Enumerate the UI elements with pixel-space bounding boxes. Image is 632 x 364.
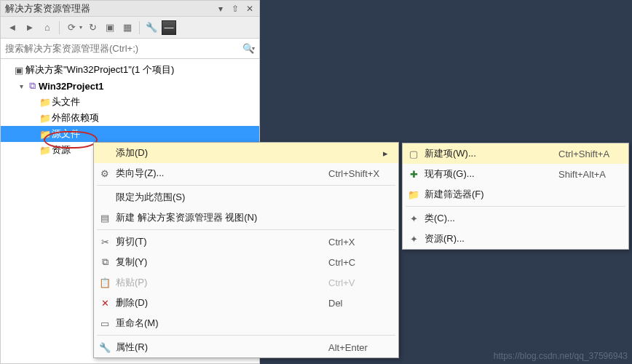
folder-headers[interactable]: 📁 头文件 — [1, 94, 259, 110]
shortcut-label: Ctrl+V — [328, 277, 388, 288]
menu-label: 现有项(G)... — [424, 167, 558, 181]
delete-icon: ✕ — [94, 298, 116, 309]
submenu-arrow-icon: ▸ — [379, 148, 388, 159]
shortcut-label: Ctrl+Shift+X — [328, 168, 388, 179]
watermark: https://blog.csdn.net/qq_37596943 — [494, 351, 628, 361]
menu-paste: 📋 粘贴(P) Ctrl+V — [94, 272, 398, 293]
folder-label: 头文件 — [52, 95, 80, 108]
chevron-down-icon[interactable]: ▾ — [79, 24, 82, 31]
menu-rename[interactable]: ▭ 重命名(M) — [94, 313, 398, 333]
menu-resource[interactable]: ✦ 资源(R)... — [403, 229, 628, 249]
toolbar: ◄ ► ⌂ ⟳▾ ↻ ▣ ▦ 🔧 — — [1, 17, 259, 39]
panel-header: 解决方案资源管理器 ▾ ⇧ ✕ — [1, 1, 259, 17]
class-icon: ✦ — [403, 213, 424, 224]
menu-class[interactable]: ✦ 类(C)... — [403, 208, 628, 229]
wizard-icon: ⚙ — [94, 168, 116, 179]
menu-label: 剪切(T) — [116, 235, 328, 248]
context-menu: 添加(D) ▸ ⚙ 类向导(Z)... Ctrl+Shift+X 限定为此范围(… — [93, 142, 399, 358]
menu-delete[interactable]: ✕ 删除(D) Del — [94, 293, 398, 313]
folder-label: 资源 — [52, 143, 71, 157]
properties-button[interactable]: 🔧 — [144, 20, 159, 35]
menu-label: 添加(D) — [116, 146, 379, 159]
folder-icon: 📁 — [403, 189, 424, 200]
shortcut-label: Ctrl+C — [328, 257, 388, 268]
menu-label: 属性(R) — [116, 341, 328, 354]
menu-label: 复制(Y) — [116, 256, 328, 269]
menu-label: 类(C)... — [424, 212, 618, 225]
rename-icon: ▭ — [94, 318, 116, 329]
wrench-icon: 🔧 — [94, 342, 116, 353]
search-bar: 🔍▾ — [1, 39, 259, 59]
shortcut-label: Del — [328, 298, 388, 309]
menu-class-wizard[interactable]: ⚙ 类向导(Z)... Ctrl+Shift+X — [94, 163, 398, 183]
shortcut-label: Shift+Alt+A — [558, 169, 618, 180]
sync-button[interactable]: ⟳ — [64, 20, 79, 35]
menu-label: 新建 解决方案资源管理器 视图(N) — [116, 211, 388, 224]
pin-icon[interactable]: ⇧ — [230, 4, 240, 14]
folder-source[interactable]: 📁 源文件 — [1, 126, 259, 142]
solution-icon: ▣ — [12, 65, 25, 76]
menu-label: 新建筛选器(F) — [424, 188, 618, 201]
folder-icon: 📁 — [39, 97, 52, 108]
separator — [139, 21, 140, 34]
resource-icon: ✦ — [403, 234, 424, 245]
back-button[interactable]: ◄ — [5, 20, 20, 35]
folder-icon: 📁 — [39, 145, 52, 156]
solution-node[interactable]: ▣ 解决方案"Win32Project1"(1 个项目) — [1, 62, 259, 78]
menu-copy[interactable]: ⧉ 复制(Y) Ctrl+C — [94, 252, 398, 272]
project-label: Win32Project1 — [39, 81, 103, 92]
menu-new-view[interactable]: ▤ 新建 解决方案资源管理器 视图(N) — [94, 207, 398, 228]
show-all-button[interactable]: ▦ — [120, 20, 135, 35]
separator — [97, 335, 395, 336]
menu-label: 资源(R)... — [424, 232, 618, 245]
copy-icon: ⧉ — [94, 256, 116, 268]
menu-add[interactable]: 添加(D) ▸ — [94, 143, 398, 163]
panel-title: 解决方案资源管理器 — [5, 2, 211, 15]
expander-icon[interactable]: ▾ — [17, 82, 25, 90]
menu-scope[interactable]: 限定为此范围(S) — [94, 187, 398, 207]
folder-icon: 📁 — [39, 113, 52, 124]
menu-properties[interactable]: 🔧 属性(R) Alt+Enter — [94, 337, 398, 357]
refresh-button[interactable]: ↻ — [85, 20, 100, 35]
dropdown-icon[interactable]: ▾ — [216, 4, 226, 14]
paste-icon: 📋 — [94, 277, 116, 288]
chevron-down-icon[interactable]: ▾ — [252, 45, 255, 52]
preview-button[interactable]: — — [162, 20, 176, 35]
folder-label: 外部依赖项 — [52, 111, 99, 124]
project-node[interactable]: ▾ ⧉ Win32Project1 — [1, 78, 259, 94]
separator — [97, 185, 395, 186]
project-icon: ⧉ — [25, 80, 39, 92]
folder-icon: 📁 — [39, 129, 52, 140]
shortcut-label: Alt+Enter — [328, 342, 388, 353]
separator — [406, 206, 625, 207]
add-submenu: ▢ 新建项(W)... Ctrl+Shift+A ✚ 现有项(G)... Shi… — [402, 143, 629, 250]
separator — [59, 21, 60, 34]
separator — [97, 229, 395, 230]
existing-item-icon: ✚ — [403, 169, 424, 180]
menu-new-item[interactable]: ▢ 新建项(W)... Ctrl+Shift+A — [403, 143, 628, 164]
menu-label: 重命名(M) — [116, 317, 388, 330]
collapse-button[interactable]: ▣ — [103, 20, 117, 35]
solution-label: 解决方案"Win32Project1"(1 个项目) — [25, 63, 174, 76]
forward-button[interactable]: ► — [23, 20, 37, 35]
menu-label: 限定为此范围(S) — [116, 191, 388, 204]
shortcut-label: Ctrl+X — [328, 237, 388, 248]
menu-existing-item[interactable]: ✚ 现有项(G)... Shift+Alt+A — [403, 164, 628, 184]
folder-label: 源文件 — [52, 127, 80, 141]
home-button[interactable]: ⌂ — [40, 20, 55, 35]
menu-label: 粘贴(P) — [116, 276, 328, 289]
menu-label: 新建项(W)... — [424, 147, 558, 160]
new-item-icon: ▢ — [403, 149, 424, 159]
cut-icon: ✂ — [94, 237, 116, 248]
close-icon[interactable]: ✕ — [245, 4, 255, 14]
view-icon: ▤ — [94, 213, 116, 223]
menu-new-filter[interactable]: 📁 新建筛选器(F) — [403, 184, 628, 205]
folder-external[interactable]: 📁 外部依赖项 — [1, 110, 259, 126]
menu-cut[interactable]: ✂ 剪切(T) Ctrl+X — [94, 232, 398, 252]
search-input[interactable] — [5, 43, 242, 54]
menu-label: 删除(D) — [116, 296, 328, 309]
menu-label: 类向导(Z)... — [116, 167, 328, 180]
shortcut-label: Ctrl+Shift+A — [558, 149, 618, 159]
